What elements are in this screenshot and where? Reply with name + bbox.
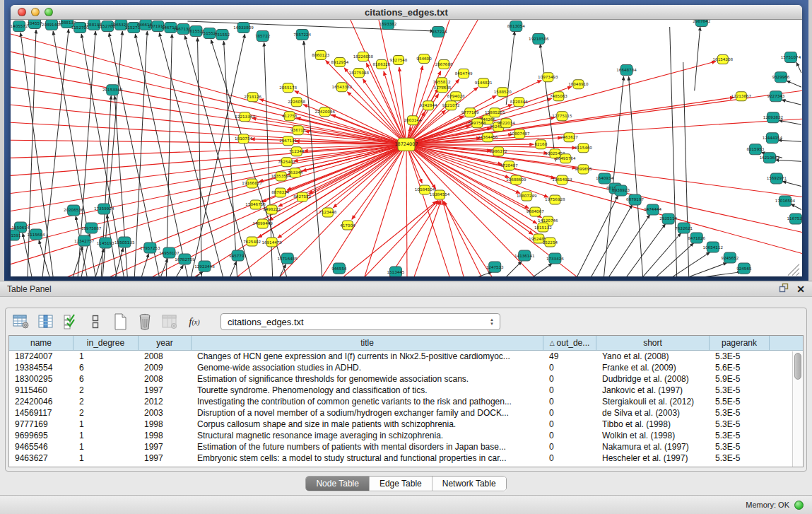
tab-edge-table[interactable]: Edge Table — [370, 477, 433, 491]
merge-tables-icon[interactable] — [87, 313, 104, 330]
network-node-yellow[interactable]: 12775115 — [552, 112, 572, 121]
network-node-teal[interactable]: 1167533 — [787, 214, 802, 224]
network-node-teal[interactable]: 1693382 — [379, 20, 396, 30]
table-vertical-scrollbar[interactable] — [792, 351, 803, 467]
network-node-teal[interactable]: 10654112 — [703, 242, 723, 252]
network-node-yellow[interactable]: 9498222 — [263, 205, 281, 214]
column-header-pagerank[interactable]: pagerank — [710, 336, 770, 350]
memory-ok-icon[interactable] — [794, 501, 804, 510]
network-node-teal[interactable]: 8938923 — [612, 185, 630, 196]
minimize-window-icon[interactable] — [31, 8, 40, 16]
network-node-teal[interactable]: 1247533 — [486, 262, 504, 272]
column-header-year[interactable]: year — [139, 336, 192, 350]
network-node-teal[interactable]: 9245652 — [721, 252, 739, 263]
network-node-yellow[interactable]: 16154308 — [713, 55, 734, 64]
network-node-teal[interactable]: 1640934 — [596, 173, 613, 184]
table-settings-icon[interactable] — [13, 313, 30, 330]
network-node-yellow[interactable]: 18226058 — [353, 52, 374, 62]
table-row[interactable]: 1830029562008Estimation of significance … — [9, 373, 803, 385]
network-node-yellow[interactable]: 19756928 — [545, 195, 565, 204]
network-node-teal[interactable]: 13505135 — [114, 237, 135, 247]
network-node-yellow[interactable]: 18048910 — [568, 80, 589, 89]
float-panel-icon[interactable] — [779, 283, 789, 296]
network-node-yellow[interactable]: 9121072 — [442, 101, 460, 110]
network-node-teal[interactable]: 15692971 — [767, 173, 787, 184]
select-rows-icon[interactable] — [62, 313, 79, 330]
network-node-teal[interactable]: 16648784 — [616, 65, 637, 76]
table-select-combo[interactable]: citations_edges.txt ▲▼ — [220, 313, 500, 330]
network-node-teal[interactable]: 12923448 — [194, 261, 215, 271]
network-node-teal[interactable]: 9474444 — [644, 204, 661, 215]
network-node-yellow[interactable]: 9242844 — [420, 101, 437, 110]
column-header-out_de[interactable]: △out_de... — [543, 336, 596, 350]
column-header-title[interactable]: title — [192, 336, 543, 350]
network-node-teal[interactable]: 6879197 — [626, 194, 644, 205]
table-row[interactable]: 1938455462009Genome-wide association stu… — [9, 362, 803, 373]
network-node-teal[interactable]: 924565 — [736, 263, 752, 274]
network-node-teal[interactable]: 8215953 — [746, 144, 764, 155]
network-node-yellow[interactable]: 62160 — [534, 140, 547, 149]
network-node-teal[interactable]: 16210643 — [760, 153, 780, 163]
table-row[interactable]: 1456911722003Disruption of a novel membe… — [9, 407, 803, 419]
network-node-yellow[interactable]: 16543382 — [332, 83, 352, 92]
tab-network-table[interactable]: Network Table — [433, 477, 506, 491]
network-node-teal[interactable]: 751552 — [215, 30, 230, 40]
network-node-yellow[interactable]: 8860123 — [312, 51, 329, 60]
network-node-yellow[interactable]: 8912954 — [331, 58, 348, 67]
network-window-titlebar[interactable]: citations_edges.txt — [11, 5, 802, 20]
network-node-yellow[interactable]: 16914479 — [261, 238, 282, 247]
network-node-yellow[interactable]: 19654923 — [552, 175, 572, 185]
network-node-yellow[interactable]: 2226058 — [288, 98, 305, 107]
network-node-yellow[interactable]: 9115460 — [575, 144, 592, 153]
network-node-teal[interactable]: 10975887 — [81, 223, 102, 233]
network-node-teal[interactable]: 15751074 — [781, 52, 801, 63]
network-node-teal[interactable]: 946554 — [331, 263, 347, 274]
network-node-yellow[interactable]: 412753 — [282, 112, 298, 121]
network-node-teal[interactable]: 1513445 — [387, 267, 405, 276]
network-node-teal[interactable]: 1733426 — [546, 253, 564, 264]
column-header-name[interactable]: name — [9, 336, 73, 350]
close-panel-icon[interactable]: ✕ — [796, 284, 805, 294]
network-node-yellow[interactable]: 252254 — [543, 238, 558, 247]
window-resize-grip[interactable] — [788, 264, 799, 276]
network-node-teal[interactable]: 7632621 — [675, 223, 693, 233]
network-node-teal[interactable]: 8471826 — [688, 233, 705, 243]
network-node-teal[interactable]: 16782759 — [175, 254, 195, 264]
network-node-yellow[interactable]: 9699695 — [575, 165, 592, 174]
column-header-in_degree[interactable]: in_degree — [73, 336, 139, 350]
network-node-teal[interactable]: 2987842 — [693, 20, 710, 27]
column-chooser-icon[interactable] — [37, 313, 54, 330]
function-builder-icon[interactable]: f(x) — [186, 313, 203, 330]
hub-node[interactable]: 18724007 — [394, 138, 418, 151]
table-row[interactable]: 2242004622012Investigating the contribut… — [9, 396, 803, 407]
network-node-yellow[interactable]: 8220346 — [510, 98, 528, 107]
network-node-yellow[interactable]: 14099449 — [252, 219, 273, 228]
network-node-teal[interactable]: 204557 — [27, 20, 42, 29]
scrollbar-thumb[interactable] — [794, 353, 801, 380]
table-row[interactable]: 977716911998Corpus callosum shape and si… — [9, 419, 803, 430]
network-node-teal[interactable]: 12342757 — [74, 235, 95, 246]
delete-table-icon[interactable] — [136, 313, 153, 330]
network-node-teal[interactable]: 7857224 — [293, 30, 311, 40]
network-node-yellow[interactable]: 9327548 — [390, 56, 408, 65]
table-row[interactable]: 946554611997Estimation of the future num… — [9, 441, 803, 452]
network-node-teal[interactable]: 12444154 — [763, 133, 783, 144]
network-node-teal[interactable]: 7857224 — [430, 27, 447, 37]
network-canvas[interactable]: 1872400788601238912954182260581827504816… — [11, 20, 802, 276]
network-node-teal[interactable]: 785722 — [255, 31, 270, 42]
network-node-yellow[interactable]: 954600 — [416, 54, 432, 64]
table-row[interactable]: 946362711997Embryonic stem cells: a mode… — [9, 452, 803, 464]
network-node-teal[interactable]: 17957253 — [140, 243, 160, 253]
network-node-yellow[interactable]: 7986372 — [490, 147, 507, 156]
network-node-yellow[interactable]: 9777169 — [461, 108, 479, 117]
table-row[interactable]: 1872400712008Changes of HCN gene express… — [9, 351, 803, 362]
network-node-teal[interactable]: 15716485 — [277, 253, 298, 264]
tab-node-table[interactable]: Node Table — [306, 477, 370, 491]
network-node-yellow[interactable]: 18275048 — [349, 69, 370, 78]
network-node-yellow[interactable]: 9146821 — [475, 78, 493, 88]
column-header-short[interactable]: short — [596, 336, 710, 350]
network-node-yellow[interactable]: 7123448 — [319, 208, 336, 217]
close-window-icon[interactable] — [18, 8, 26, 16]
zoom-window-icon[interactable] — [45, 8, 53, 16]
network-node-teal[interactable]: 8813054 — [507, 21, 525, 32]
